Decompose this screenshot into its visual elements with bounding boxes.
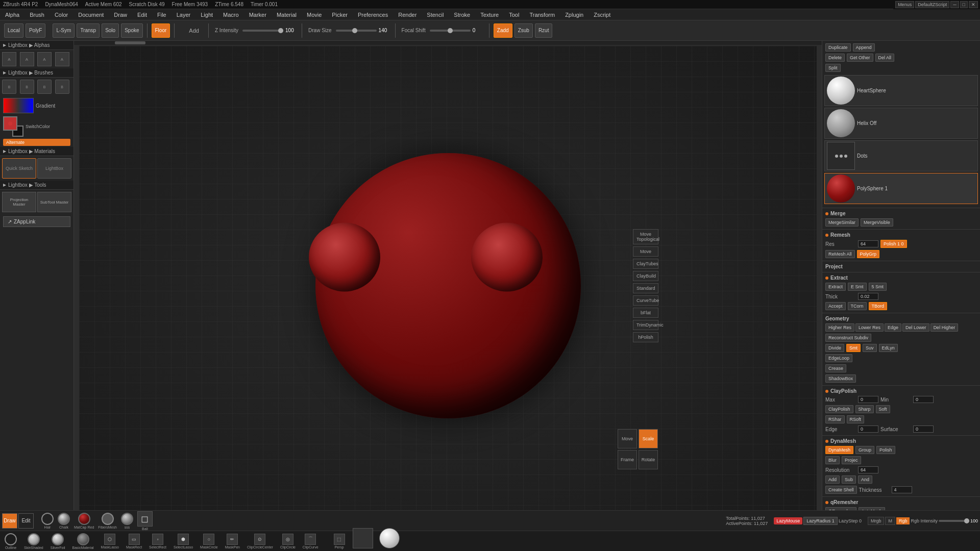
- alpha-thumb-3[interactable]: A: [37, 52, 52, 66]
- remesh-res-input[interactable]: [858, 240, 878, 247]
- selectrect-tool-btn[interactable]: ▫ SelectRect: [148, 533, 168, 549]
- switch-color-label[interactable]: SwitchColor: [26, 124, 50, 129]
- clipcirclecenter-tool-btn[interactable]: ⊙ ClipCircleCenter: [246, 533, 275, 549]
- polish-dynmesh-btn[interactable]: Polish: [876, 446, 895, 454]
- draw-btn[interactable]: Draw: [2, 513, 17, 529]
- menu-edit[interactable]: Edit: [135, 11, 149, 19]
- extract-btn[interactable]: Extract: [825, 283, 846, 291]
- tbord-btn[interactable]: TBord: [869, 302, 888, 310]
- defaultzscript-button[interactable]: DefaultZScript: [915, 1, 949, 8]
- tools-header[interactable]: ▶ Lightbox ▶ Tools: [0, 181, 74, 190]
- menu-light[interactable]: Light: [199, 11, 215, 19]
- menu-brush[interactable]: Brush: [28, 11, 46, 19]
- merge-header[interactable]: Merge: [822, 210, 980, 217]
- outline-tool-btn[interactable]: Outline: [3, 533, 18, 550]
- dynamesh-header[interactable]: DynaMesh: [822, 437, 980, 445]
- focal-shift-slider[interactable]: [430, 30, 471, 32]
- toolbar-lsym-btn[interactable]: L-Sym: [53, 23, 75, 38]
- create-shell-btn[interactable]: Create Shell: [825, 486, 857, 494]
- color-swatch-main[interactable]: [3, 116, 23, 137]
- menus-button[interactable]: Menus: [895, 1, 914, 8]
- subtool-item-dots[interactable]: Dots: [824, 140, 978, 171]
- cp-surface-input[interactable]: [913, 425, 934, 433]
- cp-min-input[interactable]: [913, 396, 934, 403]
- menu-tool[interactable]: Tool: [507, 11, 521, 19]
- menu-file[interactable]: File: [155, 11, 168, 19]
- toolbar-solo-btn[interactable]: Solo: [102, 23, 119, 38]
- move-topo-btn[interactable]: Move Topological: [633, 229, 658, 244]
- alternate-button[interactable]: Alternate: [3, 139, 70, 146]
- z-intensity-slider[interactable]: [242, 30, 283, 32]
- menu-texture[interactable]: Texture: [478, 11, 501, 19]
- add-button[interactable]: Add: [189, 28, 199, 34]
- dm-add-btn[interactable]: Add: [825, 475, 840, 484]
- e-smt-btn[interactable]: E Smt: [848, 283, 867, 291]
- projec-btn[interactable]: Projec: [842, 456, 861, 464]
- menu-zplugin[interactable]: Zplugin: [563, 11, 585, 19]
- duplicate-btn[interactable]: Duplicate: [825, 43, 851, 52]
- rgb-intensity-slider[interactable]: [939, 520, 969, 522]
- texture-square[interactable]: [353, 528, 373, 548]
- maskpen-tool-btn[interactable]: ✏ MaskPen: [224, 533, 241, 549]
- fibersmesh-tool-btn[interactable]: FibersMesh: [96, 512, 118, 530]
- tool-projection-master[interactable]: Projection Master: [2, 192, 36, 212]
- menu-color[interactable]: Color: [53, 11, 70, 19]
- remesh-header[interactable]: Remesh: [822, 231, 980, 239]
- frame-transform-btn[interactable]: Frame: [618, 450, 637, 469]
- tool-subtool-master[interactable]: SubTool Master: [37, 192, 71, 212]
- zadd-btn[interactable]: Zadd: [494, 23, 512, 38]
- canvas-viewport[interactable]: [79, 46, 817, 525]
- brushes-header[interactable]: ▶ Lightbox ▶ Brushes: [0, 68, 74, 78]
- lower-res-btn[interactable]: Lower Res: [855, 323, 884, 332]
- brush-thumb-3[interactable]: B: [37, 80, 52, 94]
- dm-and-btn[interactable]: And: [858, 475, 872, 484]
- rshar-btn[interactable]: RShar: [825, 415, 845, 423]
- standard-btn[interactable]: Standard: [633, 283, 658, 293]
- sharp-btn[interactable]: Sharp: [855, 405, 874, 413]
- crease-btn[interactable]: Crease: [825, 364, 846, 372]
- clay-build-btn[interactable]: ClayBuild: [633, 271, 658, 281]
- rotate-transform-btn[interactable]: Rotate: [639, 450, 658, 469]
- materials-header[interactable]: ▶ Lightbox ▶ Materials: [0, 147, 74, 156]
- dm-res-input[interactable]: [858, 466, 878, 473]
- chalk-tool-btn[interactable]: Chalk: [56, 512, 71, 530]
- menu-marker[interactable]: Marker: [247, 11, 268, 19]
- extract-header[interactable]: Extract: [822, 274, 980, 282]
- move-btn[interactable]: Move: [633, 246, 658, 257]
- menu-material[interactable]: Material: [275, 11, 299, 19]
- brush-thumb-1[interactable]: B: [2, 80, 16, 94]
- accept-btn[interactable]: Accept: [825, 302, 846, 310]
- window-maximize[interactable]: □: [960, 1, 968, 8]
- del-higher-btn[interactable]: Del Higher: [930, 323, 959, 332]
- edgeloop-btn[interactable]: EdgeLoop: [825, 354, 852, 362]
- edit-btn[interactable]: Edit: [18, 513, 34, 529]
- maskrect-tool-btn[interactable]: ▭ MaskRect: [125, 533, 143, 549]
- dm-sub-btn[interactable]: Sub: [842, 475, 856, 484]
- menu-alpha[interactable]: Alpha: [3, 11, 21, 19]
- menu-draw[interactable]: Draw: [112, 11, 129, 19]
- soft-btn[interactable]: Soft: [876, 405, 890, 413]
- subtool-item-heartsphere[interactable]: HeartSphere: [824, 75, 978, 106]
- alphas-header[interactable]: ▶ Lightbox ▶ Alphas: [0, 41, 74, 50]
- alpha-thumb-1[interactable]: A: [2, 52, 16, 66]
- move-transform-btn[interactable]: Move: [618, 429, 637, 448]
- delete-btn[interactable]: Delete: [825, 54, 845, 62]
- silverfoil-tool-btn[interactable]: SilverFoil: [49, 533, 67, 550]
- window-minimize[interactable]: ─: [950, 1, 959, 8]
- material-lightbox[interactable]: LightBox: [37, 158, 71, 179]
- menu-preferences[interactable]: Preferences: [356, 11, 390, 19]
- edlyn-btn[interactable]: EdLyn: [879, 344, 898, 352]
- zapplink-button[interactable]: ↗ ZAppLink: [3, 216, 70, 227]
- divide-btn[interactable]: Divide: [825, 344, 844, 352]
- cp-edge-input[interactable]: [858, 425, 878, 433]
- tcorn-btn[interactable]: TCorn: [848, 302, 867, 310]
- merge-visible-btn[interactable]: MergeVisible: [861, 218, 893, 227]
- rzut-btn[interactable]: Rzut: [535, 23, 553, 38]
- dynamesh-btn[interactable]: DynaMesh: [825, 446, 853, 454]
- skin-ball[interactable]: [379, 528, 400, 548]
- skinshaded-tool-btn[interactable]: SkinShaded: [22, 533, 45, 550]
- trim-dynamic-btn[interactable]: TrimDynamic: [633, 320, 658, 330]
- clay-tubes-btn[interactable]: ClayTubes: [633, 259, 658, 269]
- persp-tool-btn[interactable]: ⬚ Persp: [332, 533, 347, 549]
- lazy-mouse-badge[interactable]: LazyMouse: [774, 517, 802, 524]
